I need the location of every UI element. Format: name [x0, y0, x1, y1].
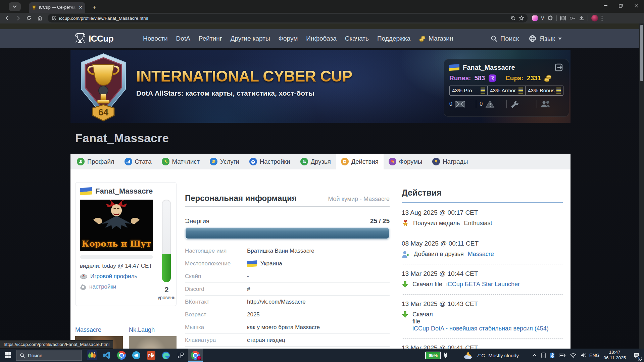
- new-tab-button[interactable]: +: [90, 3, 99, 12]
- file-link[interactable]: iCCup БЕТА Star Launcher: [446, 281, 520, 288]
- game-profile-link[interactable]: Игровой профиль: [80, 273, 153, 280]
- url-text[interactable]: iccup.com/profile/view/Fanat_Massacre.ht…: [59, 16, 508, 21]
- vscode-icon: [103, 351, 111, 359]
- reading-list-icon[interactable]: [560, 16, 566, 21]
- browser-tab[interactable]: iCCup — Секретная информаци ✕: [29, 2, 85, 13]
- notification-center-button[interactable]: 5: [631, 349, 642, 362]
- taskbar-app-chrome[interactable]: [114, 349, 129, 362]
- ukraine-flag-icon: [80, 187, 92, 195]
- language-selector[interactable]: Язык: [529, 35, 562, 43]
- taskbar-app-steam[interactable]: [173, 349, 188, 362]
- settings-tool[interactable]: [510, 100, 533, 108]
- tab-matchlist[interactable]: Матчлист: [157, 154, 205, 169]
- friends-tool[interactable]: [540, 100, 563, 108]
- warning-counter[interactable]: 0: [480, 100, 503, 108]
- menu-item-dota[interactable]: DotA: [176, 35, 190, 42]
- tab-forums[interactable]: Форумы: [384, 154, 428, 169]
- menu-item-infobase[interactable]: Инфобаза: [306, 35, 336, 42]
- wifi-icon[interactable]: [570, 353, 576, 358]
- tab-close-icon[interactable]: ✕: [79, 5, 83, 10]
- menu-item-news[interactable]: Новости: [143, 35, 168, 42]
- tab-profile[interactable]: Профайл: [72, 154, 119, 169]
- zoom-icon[interactable]: [510, 15, 516, 21]
- home-button[interactable]: [35, 13, 44, 23]
- actions-section: Действия 13 Aug 2025 @ 00:17 CET Получил…: [402, 169, 563, 349]
- runes-label: Runes:: [449, 74, 471, 82]
- forward-button[interactable]: [13, 13, 23, 23]
- action-entry: 13 Mar 2025 @ 09:41 CET: [402, 344, 563, 349]
- tab-friends[interactable]: Друзья: [295, 154, 336, 169]
- keyboard-language[interactable]: ENG: [589, 353, 599, 358]
- ukraine-flag-icon: [247, 260, 257, 267]
- browser-profile-avatar[interactable]: [591, 15, 598, 21]
- taskbar-app-vscode[interactable]: [99, 349, 114, 362]
- tab-awards[interactable]: Награды: [427, 154, 473, 169]
- powerpoint-icon: P: [147, 351, 155, 360]
- bluetooth-icon[interactable]: [550, 353, 554, 358]
- extension-icon[interactable]: [532, 15, 538, 21]
- page-scrollbar[interactable]: [639, 23, 644, 349]
- friend-profile-link[interactable]: Massacre: [468, 251, 494, 258]
- action-entry: 13 Mar 2025 @ 10:43 CET Скачал file iCCu…: [402, 300, 563, 339]
- extension-v-icon[interactable]: V: [541, 15, 544, 21]
- file-link[interactable]: iCCup DotA - новейшая стабильная версия …: [412, 325, 549, 332]
- taskbar-app-powerpoint[interactable]: P: [144, 349, 158, 362]
- window-close-button[interactable]: [629, 0, 644, 11]
- volume-icon[interactable]: [581, 353, 587, 358]
- level-value: 2: [164, 286, 168, 294]
- clock-date: 06.11.2025: [603, 355, 626, 361]
- tab-actions[interactable]: Действия: [336, 154, 384, 169]
- battery-tray-icon[interactable]: [559, 354, 565, 357]
- tab-settings[interactable]: Настройки: [244, 154, 295, 169]
- menu-item-support[interactable]: Поддержка: [377, 35, 410, 42]
- password-key-icon[interactable]: [569, 16, 576, 20]
- menu-item-download[interactable]: Скачать: [345, 35, 369, 42]
- tab-title: iCCup — Секретная информаци: [39, 5, 76, 10]
- tray-expand-icon[interactable]: [532, 354, 537, 357]
- window-minimize-button[interactable]: [598, 0, 613, 11]
- medal-name[interactable]: Enthusiast: [464, 220, 492, 227]
- stats-tab-icon: [125, 158, 132, 165]
- tab-services[interactable]: Услуги: [205, 154, 244, 169]
- weather-widget[interactable]: 7°C Mostly cloudy: [463, 351, 519, 359]
- url-bar[interactable]: iccup.com/profile/view/Fanat_Massacre.ht…: [48, 14, 528, 22]
- friend-avatar[interactable]: [129, 336, 177, 349]
- menu-item-shop[interactable]: Магазин: [419, 35, 453, 42]
- taskbar-app-game[interactable]: [85, 349, 99, 362]
- site-search-button[interactable]: Поиск: [491, 35, 519, 43]
- mail-counter[interactable]: 0: [449, 100, 473, 108]
- user-panel: Fanat_Massacre Runes: 583 Cups: 2331 43%…: [444, 59, 569, 117]
- window-restore-button[interactable]: [613, 0, 629, 11]
- settings-link[interactable]: настройки: [80, 283, 153, 290]
- panel-username[interactable]: Fanat_Massacre: [463, 64, 515, 71]
- menu-item-rating[interactable]: Рейтинг: [199, 35, 222, 42]
- tab-search-button[interactable]: [9, 2, 21, 11]
- back-button[interactable]: [3, 13, 12, 23]
- wrench-icon: [510, 100, 520, 108]
- friend-item: Nk.Laugh: [129, 326, 177, 349]
- temperature: 7°C: [477, 353, 485, 358]
- taskbar-clock[interactable]: 18:47 06.11.2025: [603, 350, 626, 361]
- taskbar-app-chrome-active[interactable]: [188, 349, 203, 362]
- your-phone-icon[interactable]: [541, 353, 546, 358]
- taskbar-app-edge[interactable]: [158, 349, 173, 362]
- bookmark-star-icon[interactable]: [518, 15, 524, 21]
- friend-link[interactable]: Nk.Laugh: [129, 326, 177, 333]
- start-button[interactable]: [0, 349, 16, 362]
- menu-item-forum[interactable]: Форум: [279, 35, 298, 42]
- iccup-logo[interactable]: ICCup: [75, 33, 113, 45]
- reload-button[interactable]: [24, 13, 34, 23]
- hero-title: INTERNATIONAL CYBER CUP: [136, 67, 352, 85]
- browser-menu-icon[interactable]: [601, 15, 603, 21]
- scrollbar-thumb[interactable]: [640, 25, 643, 81]
- extensions-puzzle-icon[interactable]: [547, 15, 553, 21]
- logout-icon[interactable]: [555, 63, 563, 71]
- battery-percent-badge[interactable]: 95%: [425, 352, 441, 359]
- menu-item-other-maps[interactable]: Другие карты: [231, 35, 270, 42]
- taskbar-search-input[interactable]: Поиск: [16, 350, 82, 361]
- friend-link[interactable]: Massacre: [75, 326, 123, 333]
- downloads-icon[interactable]: [579, 15, 584, 21]
- taskbar-app-telegram[interactable]: [129, 349, 144, 362]
- site-settings-icon[interactable]: [51, 15, 56, 21]
- tab-stats[interactable]: Стата: [119, 154, 157, 169]
